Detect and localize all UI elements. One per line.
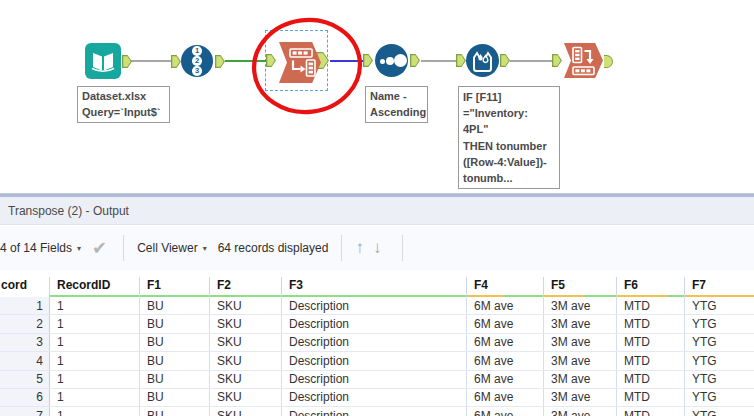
cell[interactable]: 3M ave [544,297,617,314]
cell[interactable]: MTD [617,352,685,369]
column-header[interactable]: F4 [467,277,544,297]
column-header[interactable]: RecordID [50,277,140,297]
column-header[interactable]: F5 [544,277,617,297]
cell[interactable]: MTD [617,371,685,388]
cell[interactable]: YTG [685,297,754,314]
connection-transpose-sort[interactable] [330,60,364,62]
cell[interactable]: BU [140,334,210,351]
table-row[interactable]: 51BUSKUDescription6M ave3M aveMTDYTG [0,371,754,389]
cell[interactable]: YTG [685,389,754,406]
column-header[interactable]: F7 [685,277,754,297]
cell[interactable]: 1 [50,334,140,351]
cell[interactable]: 6M ave [467,315,544,332]
cell[interactable]: 3M ave [544,315,617,332]
cell[interactable]: 3M ave [544,389,617,406]
column-header[interactable]: cord [0,277,50,297]
column-header[interactable]: F1 [140,277,210,297]
output-anchor[interactable] [500,54,510,67]
cell[interactable]: 3M ave [544,407,617,416]
row-number-cell[interactable]: 3 [0,334,50,351]
cell[interactable]: BU [140,315,210,332]
cell[interactable]: Description [282,297,467,314]
cell[interactable]: 1 [50,407,140,416]
cell[interactable]: SKU [210,371,282,388]
cell[interactable]: YTG [685,352,754,369]
cell[interactable]: SKU [210,334,282,351]
row-number-cell[interactable]: 7 [0,407,50,416]
cell[interactable]: 3M ave [544,334,617,351]
cell-viewer-selector[interactable]: Cell Viewer [137,241,197,255]
cell[interactable]: 1 [50,297,140,314]
cell[interactable]: Description [282,371,467,388]
table-row[interactable]: 21BUSKUDescription6M ave3M aveMTDYTG [0,315,754,333]
input-anchor[interactable] [363,54,373,67]
cell[interactable]: MTD [617,334,685,351]
cross-tab-tool[interactable] [564,43,603,78]
cell[interactable]: MTD [617,315,685,332]
output-anchor[interactable] [215,55,225,68]
cell[interactable]: SKU [210,352,282,369]
cell[interactable]: SKU [210,389,282,406]
cell[interactable]: 6M ave [467,407,544,416]
cell[interactable]: YTG [685,407,754,416]
cell[interactable]: SKU [210,315,282,332]
output-anchor[interactable] [410,54,420,67]
row-number-cell[interactable]: 2 [0,315,50,332]
scroll-up-icon[interactable]: ↑ [355,238,364,258]
input-anchor[interactable] [552,54,562,67]
record-id-tool[interactable]: 1 2 3 [181,45,213,77]
cell[interactable]: 1 [50,315,140,332]
table-row[interactable]: 41BUSKUDescription6M ave3M aveMTDYTG [0,352,754,370]
connection-recordid-transpose[interactable] [225,60,268,62]
table-row[interactable]: 71BUSKUDescription6M ave3M aveMTDYTG [0,407,754,416]
cell[interactable]: BU [140,407,210,416]
connection-formula-crosstab[interactable] [510,60,553,62]
cell[interactable]: 6M ave [467,297,544,314]
row-number-cell[interactable]: 6 [0,389,50,406]
cell[interactable]: MTD [617,389,685,406]
cell[interactable]: 3M ave [544,352,617,369]
cell[interactable]: Description [282,407,467,416]
table-row[interactable]: 31BUSKUDescription6M ave3M aveMTDYTG [0,334,754,352]
cell[interactable]: 3M ave [544,371,617,388]
cell[interactable]: 1 [50,352,140,369]
column-header[interactable]: F3 [282,277,467,297]
input-anchor[interactable] [171,55,181,68]
table-row[interactable]: 11BUSKUDescription6M ave3M aveMTDYTG [0,297,754,315]
cell[interactable]: 6M ave [467,334,544,351]
column-header[interactable]: F2 [210,277,282,297]
connection-sort-formula[interactable] [421,60,457,62]
cell[interactable]: 1 [50,389,140,406]
sort-tool[interactable] [375,44,408,77]
results-grid[interactable]: cordRecordIDF1F2F3F4F5F6F7 11BUSKUDescri… [0,277,754,416]
apply-check-icon[interactable]: ✔ [92,237,107,259]
cell[interactable]: 6M ave [467,389,544,406]
cell[interactable]: YTG [685,371,754,388]
cell[interactable]: 6M ave [467,352,544,369]
formula-tool[interactable] [466,44,499,77]
cell[interactable]: BU [140,389,210,406]
cell[interactable]: Description [282,315,467,332]
cell[interactable]: SKU [210,297,282,314]
chevron-down-icon[interactable]: ▾ [203,244,207,253]
input-data-tool[interactable] [85,43,121,79]
cell[interactable]: BU [140,371,210,388]
workflow-canvas[interactable]: 1 2 3 [0,0,754,193]
cell[interactable]: SKU [210,407,282,416]
table-row[interactable]: 61BUSKUDescription6M ave3M aveMTDYTG [0,389,754,407]
cell[interactable]: Description [282,389,467,406]
output-anchor[interactable] [604,55,613,68]
row-number-cell[interactable]: 4 [0,352,50,369]
cell[interactable]: BU [140,352,210,369]
cell[interactable]: YTG [685,315,754,332]
input-anchor[interactable] [456,54,466,67]
cell[interactable]: MTD [617,297,685,314]
row-number-cell[interactable]: 1 [0,297,50,314]
cell[interactable]: Description [282,334,467,351]
column-header[interactable]: F6 [617,277,685,297]
cell[interactable]: 1 [50,371,140,388]
chevron-down-icon[interactable]: ▾ [77,244,81,253]
row-number-cell[interactable]: 5 [0,371,50,388]
cell[interactable]: BU [140,297,210,314]
cell[interactable]: 6M ave [467,371,544,388]
